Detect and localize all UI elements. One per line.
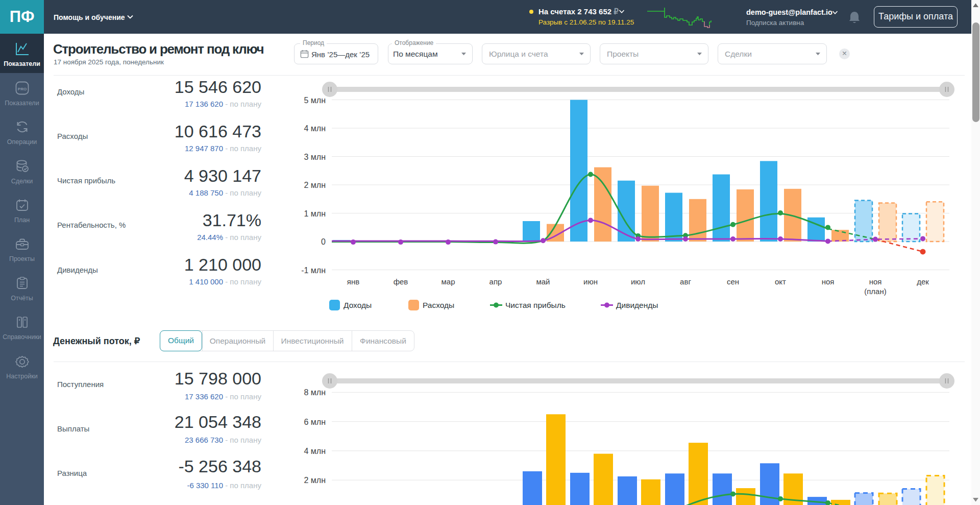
svg-text:июн: июн <box>583 277 598 286</box>
svg-text:2 млн: 2 млн <box>304 476 326 485</box>
svg-text:ноя: ноя <box>869 277 882 286</box>
svg-text:PRO: PRO <box>18 87 27 91</box>
svg-text:-1 млн: -1 млн <box>301 266 326 275</box>
svg-text:янв: янв <box>347 277 359 286</box>
svg-text:май: май <box>536 277 550 286</box>
svg-text:4 млн: 4 млн <box>304 447 326 455</box>
svg-text:фев: фев <box>394 277 408 286</box>
svg-text:(план): (план) <box>864 287 887 296</box>
svg-text:4 млн: 4 млн <box>304 124 326 133</box>
svg-text:8 млн: 8 млн <box>304 388 326 397</box>
svg-text:6 млн: 6 млн <box>304 418 326 426</box>
svg-text:ноя: ноя <box>822 277 835 286</box>
svg-text:дек: дек <box>917 277 929 286</box>
svg-text:5 млн: 5 млн <box>304 96 326 105</box>
svg-text:окт: окт <box>775 277 786 286</box>
svg-text:мар: мар <box>442 277 455 286</box>
svg-text:0: 0 <box>321 237 326 246</box>
svg-text:апр: апр <box>489 277 502 286</box>
svg-text:авг: авг <box>680 277 691 286</box>
svg-text:сен: сен <box>727 277 739 286</box>
svg-text:1 млн: 1 млн <box>304 209 326 218</box>
svg-text:3 млн: 3 млн <box>304 153 326 161</box>
svg-text:июл: июл <box>631 277 645 286</box>
svg-text:2 млн: 2 млн <box>304 181 326 189</box>
